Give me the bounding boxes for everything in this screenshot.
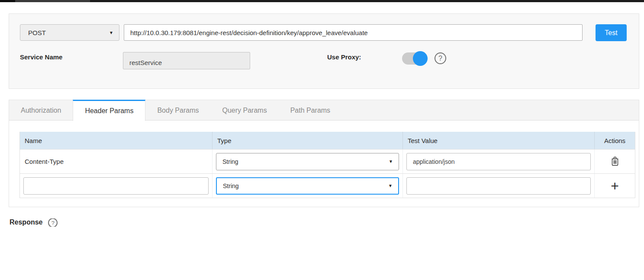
param-type-cell: String ▼ xyxy=(213,150,403,173)
tab-authorization[interactable]: Authorization xyxy=(9,100,73,121)
top-dark-bar xyxy=(0,0,644,2)
chevron-down-icon: ▼ xyxy=(109,30,119,35)
trash-icon xyxy=(611,156,619,167)
response-section: Response ? xyxy=(10,218,58,227)
param-name-cell xyxy=(20,174,213,198)
chevron-down-icon: ▼ xyxy=(389,159,399,164)
param-value-cell xyxy=(403,150,595,173)
new-param-test-value-input[interactable] xyxy=(406,177,591,195)
param-type-cell: String ▼ xyxy=(213,174,403,198)
params-table: Name Type Test Value Actions Content-Typ… xyxy=(19,132,635,198)
service-name-input[interactable] xyxy=(123,52,250,69)
toggle-knob xyxy=(413,51,428,66)
column-header-type: Type xyxy=(213,132,403,149)
use-proxy-label: Use Proxy: xyxy=(327,53,361,61)
chevron-down-icon: ▼ xyxy=(388,183,398,188)
new-param-name-input[interactable] xyxy=(23,177,209,195)
tab-body-params[interactable]: Body Params xyxy=(145,100,210,121)
http-method-select[interactable]: POST ▼ xyxy=(20,24,119,41)
column-header-test-value: Test Value xyxy=(403,132,595,149)
param-type-value: String xyxy=(217,182,388,189)
table-header-row: Name Type Test Value Actions xyxy=(20,132,635,149)
response-help-icon[interactable]: ? xyxy=(48,218,58,227)
tab-header-params[interactable]: Header Params xyxy=(73,100,145,121)
service-name-label: Service Name xyxy=(20,53,62,61)
header-params-panel: Name Type Test Value Actions Content-Typ… xyxy=(9,120,639,207)
plus-icon: + xyxy=(611,179,619,193)
param-name-cell: Content-Type xyxy=(20,150,213,173)
tab-path-params[interactable]: Path Params xyxy=(279,100,342,121)
response-label: Response xyxy=(10,218,42,226)
use-proxy-toggle[interactable] xyxy=(402,52,426,65)
param-type-select[interactable]: String ▼ xyxy=(216,153,399,170)
top-bar-corner xyxy=(0,0,15,2)
table-row: String ▼ + xyxy=(20,173,635,198)
test-button[interactable]: Test xyxy=(596,24,627,41)
http-method-value: POST xyxy=(20,29,109,36)
param-type-value: String xyxy=(216,158,389,165)
request-config-panel: POST ▼ Test Service Name Use Proxy: ? xyxy=(9,13,639,89)
column-header-name: Name xyxy=(20,132,213,149)
table-row: Content-Type String ▼ xyxy=(20,149,635,173)
delete-row-button[interactable] xyxy=(611,156,619,167)
param-actions-cell xyxy=(595,150,635,173)
request-url-input[interactable] xyxy=(124,24,583,41)
add-row-button[interactable]: + xyxy=(611,179,619,193)
column-header-actions: Actions xyxy=(595,132,635,149)
param-name-text: Content-Type xyxy=(23,158,64,165)
proxy-help-icon[interactable]: ? xyxy=(435,52,446,64)
param-value-cell xyxy=(403,174,595,198)
param-actions-cell: + xyxy=(595,174,635,198)
new-param-type-select[interactable]: String ▼ xyxy=(216,177,399,195)
tab-query-params[interactable]: Query Params xyxy=(210,100,278,121)
top-bar-segment xyxy=(15,0,90,2)
param-test-value-input[interactable] xyxy=(406,153,591,170)
params-tab-strip: Authorization Header Params Body Params … xyxy=(9,100,639,120)
